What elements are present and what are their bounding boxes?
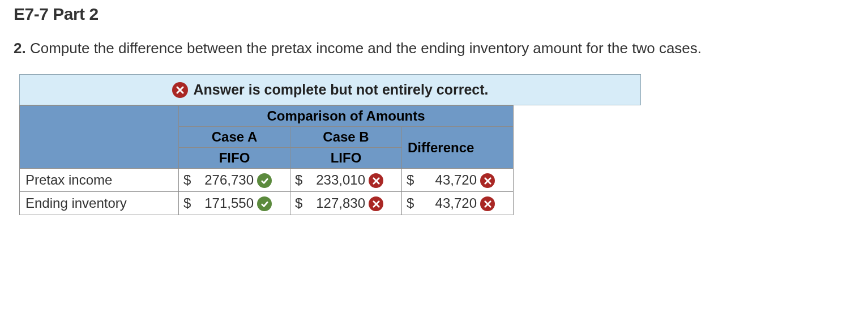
comparison-table: Comparison of Amounts Case A Case B Diff… [19,105,514,215]
feedback-message: Answer is complete but not entirely corr… [194,82,489,98]
answer-cell[interactable]: $43,720 [402,192,514,215]
col-header-fifo: FIFO [179,148,290,169]
page-title: E7-7 Part 2 [14,5,854,24]
answer-cell[interactable]: $171,550 [179,192,290,215]
currency-symbol: $ [407,195,417,211]
col-header-lifo: LIFO [290,148,402,169]
currency-symbol: $ [183,195,194,211]
table-row: Pretax income $276,730 $233,010 $43,720 [20,169,514,192]
table-row: Ending inventory $171,550 $127,830 $43,7… [20,192,514,215]
x-icon [480,196,495,211]
row-label: Ending inventory [20,192,179,215]
x-icon [480,173,495,188]
col-header-case-a: Case A [179,127,290,148]
currency-symbol: $ [295,172,305,188]
question-number: 2. [14,40,26,57]
x-icon [369,173,383,188]
answer-cell[interactable]: $127,830 [290,192,402,215]
row-label: Pretax income [20,169,179,192]
answer-cell[interactable]: $43,720 [402,169,514,192]
x-icon [369,196,383,211]
currency-symbol: $ [407,172,417,188]
currency-symbol: $ [183,172,194,188]
answer-cell[interactable]: $276,730 [179,169,290,192]
answer-value: 171,550 [194,195,257,211]
answer-value: 43,720 [417,195,480,211]
answer-value: 233,010 [305,172,369,188]
answer-value: 43,720 [417,172,480,188]
question-text: Compute the difference between the preta… [30,40,702,57]
col-header-difference: Difference [402,127,514,169]
group-header: Comparison of Amounts [179,106,514,127]
answer-value: 276,730 [194,172,257,188]
table-stub [20,106,179,169]
answer-cell[interactable]: $233,010 [290,169,402,192]
x-icon [172,82,188,98]
check-icon [257,173,272,188]
currency-symbol: $ [295,195,305,211]
col-header-case-b: Case B [290,127,402,148]
feedback-banner: Answer is complete but not entirely corr… [19,74,641,105]
answer-value: 127,830 [305,195,369,211]
question-prompt: 2. Compute the difference between the pr… [14,40,854,57]
check-icon [257,196,272,211]
